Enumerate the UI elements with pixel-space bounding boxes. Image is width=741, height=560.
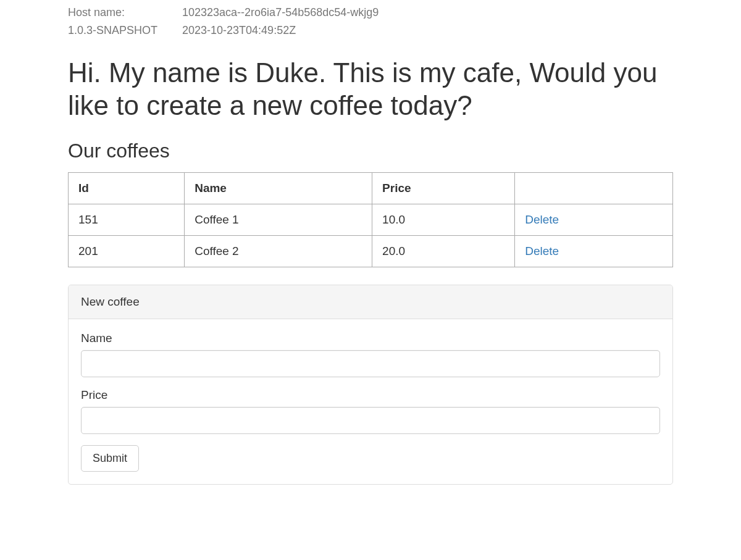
price-field-label: Price (81, 388, 660, 402)
coffees-heading: Our coffees (68, 140, 673, 162)
delete-link[interactable]: Delete (525, 213, 559, 226)
name-field[interactable] (81, 350, 660, 377)
version-label: 1.0.3-SNAPSHOT (68, 24, 179, 37)
host-name-label: Host name: (68, 6, 179, 19)
col-header-name: Name (185, 172, 372, 204)
price-field[interactable] (81, 407, 660, 434)
col-header-id: Id (69, 172, 185, 204)
host-meta: Host name: 102323aca--2ro6ia7-54b568dc54… (68, 6, 673, 19)
col-header-actions (515, 172, 673, 204)
submit-button[interactable]: Submit (81, 445, 139, 472)
coffees-table: Id Name Price 151 Coffee 1 10.0 Delete 2… (68, 172, 673, 267)
delete-link[interactable]: Delete (525, 244, 559, 257)
cell-price: 10.0 (372, 204, 515, 235)
cell-price: 20.0 (372, 235, 515, 267)
panel-title: New coffee (69, 285, 672, 319)
build-time-value: 2023-10-23T04:49:52Z (182, 24, 296, 37)
table-row: 151 Coffee 1 10.0 Delete (69, 204, 673, 235)
new-coffee-panel: New coffee Name Price Submit (68, 285, 673, 485)
cell-name: Coffee 1 (185, 204, 372, 235)
table-row: 201 Coffee 2 20.0 Delete (69, 235, 673, 267)
col-header-price: Price (372, 172, 515, 204)
cell-id: 201 (69, 235, 185, 267)
host-name-value: 102323aca--2ro6ia7-54b568dc54-wkjg9 (182, 6, 379, 19)
name-field-label: Name (81, 332, 660, 345)
table-header-row: Id Name Price (69, 172, 673, 204)
cell-name: Coffee 2 (185, 235, 372, 267)
page-title: Hi. My name is Duke. This is my cafe, Wo… (68, 57, 673, 122)
version-meta: 1.0.3-SNAPSHOT 2023-10-23T04:49:52Z (68, 24, 673, 37)
cell-id: 151 (69, 204, 185, 235)
